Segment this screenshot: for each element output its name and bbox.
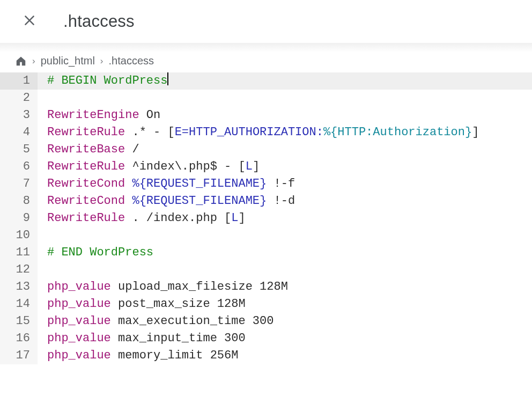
code-line[interactable]: 7RewriteCond %{REQUEST_FILENAME} !-f	[0, 175, 532, 193]
code-content[interactable]: RewriteCond %{REQUEST_FILENAME} !-d	[38, 193, 532, 210]
code-line[interactable]: 1# BEGIN WordPress	[0, 72, 532, 90]
line-number: 13	[0, 278, 38, 296]
line-number: 14	[0, 296, 38, 313]
line-number: 11	[0, 244, 38, 261]
line-number: 17	[0, 347, 38, 364]
code-content[interactable]: # BEGIN WordPress	[38, 72, 532, 90]
code-line[interactable]: 3RewriteEngine On	[0, 107, 532, 124]
breadcrumb-segment[interactable]: .htaccess	[109, 55, 154, 67]
line-number: 10	[0, 227, 38, 244]
line-number: 16	[0, 330, 38, 347]
code-content[interactable]: RewriteEngine On	[38, 107, 532, 124]
code-content[interactable]	[38, 90, 532, 107]
code-content[interactable]: RewriteRule .* - [E=HTTP_AUTHORIZATION:%…	[38, 124, 532, 141]
code-line[interactable]: 2	[0, 90, 532, 107]
code-line[interactable]: 6RewriteRule ^index\.php$ - [L]	[0, 158, 532, 175]
line-number: 15	[0, 313, 38, 330]
code-content[interactable]: php_value upload_max_filesize 128M	[38, 278, 532, 296]
breadcrumb-segment[interactable]: public_html	[41, 55, 95, 67]
code-content[interactable]: RewriteRule . /index.php [L]	[38, 210, 532, 227]
line-number: 5	[0, 141, 38, 158]
line-number: 12	[0, 261, 38, 278]
code-line[interactable]: 11# END WordPress	[0, 244, 532, 261]
code-line[interactable]: 8RewriteCond %{REQUEST_FILENAME} !-d	[0, 193, 532, 210]
line-number: 8	[0, 193, 38, 210]
code-content[interactable]: RewriteCond %{REQUEST_FILENAME} !-f	[38, 175, 532, 193]
line-number: 2	[0, 90, 38, 107]
code-line[interactable]: 17php_value memory_limit 256M	[0, 347, 532, 364]
code-line[interactable]: 9RewriteRule . /index.php [L]	[0, 210, 532, 227]
code-content[interactable]: RewriteRule ^index\.php$ - [L]	[38, 158, 532, 175]
code-line[interactable]: 4RewriteRule .* - [E=HTTP_AUTHORIZATION:…	[0, 124, 532, 141]
chevron-right-icon: ›	[32, 56, 35, 67]
code-content[interactable]: php_value max_execution_time 300	[38, 313, 532, 330]
code-line[interactable]: 14php_value post_max_size 128M	[0, 296, 532, 313]
code-content[interactable]: php_value post_max_size 128M	[38, 296, 532, 313]
code-content[interactable]: php_value max_input_time 300	[38, 330, 532, 347]
header-divider	[0, 43, 532, 53]
line-number: 1	[0, 72, 38, 90]
close-icon	[23, 13, 36, 30]
text-cursor	[167, 72, 168, 85]
code-content[interactable]: # END WordPress	[38, 244, 532, 261]
code-line[interactable]: 13php_value upload_max_filesize 128M	[0, 278, 532, 296]
code-editor[interactable]: 1# BEGIN WordPress2 3RewriteEngine On4Re…	[0, 72, 532, 364]
line-number: 4	[0, 124, 38, 141]
line-number: 7	[0, 175, 38, 193]
breadcrumb: › public_html › .htaccess	[0, 53, 532, 72]
code-line[interactable]: 10	[0, 227, 532, 244]
code-line[interactable]: 12	[0, 261, 532, 278]
code-line[interactable]: 15php_value max_execution_time 300	[0, 313, 532, 330]
chevron-right-icon: ›	[100, 56, 104, 67]
line-number: 6	[0, 158, 38, 175]
code-line[interactable]: 16php_value max_input_time 300	[0, 330, 532, 347]
file-title: .htaccess	[63, 12, 135, 31]
code-content[interactable]	[38, 227, 532, 244]
line-number: 3	[0, 107, 38, 124]
editor-header: .htaccess	[0, 0, 532, 43]
code-line[interactable]: 5RewriteBase /	[0, 141, 532, 158]
close-button[interactable]	[21, 13, 38, 30]
code-content[interactable]: RewriteBase /	[38, 141, 532, 158]
home-icon[interactable]	[15, 55, 27, 67]
code-content[interactable]: php_value memory_limit 256M	[38, 347, 532, 364]
code-content[interactable]	[38, 261, 532, 278]
line-number: 9	[0, 210, 38, 227]
